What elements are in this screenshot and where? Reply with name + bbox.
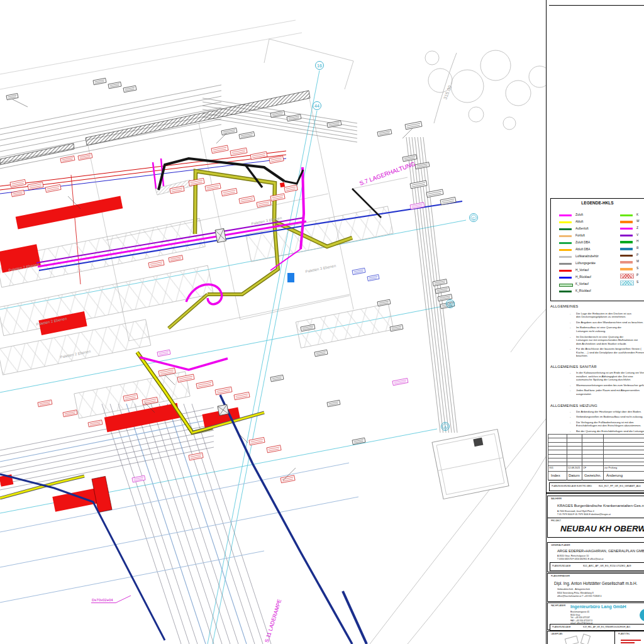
legend-item-label: Abluft DBA bbox=[575, 248, 590, 251]
duct-code-leader bbox=[116, 596, 131, 603]
bullet-dash: - bbox=[570, 335, 570, 338]
legend-swatch bbox=[559, 256, 572, 258]
legend-swatch bbox=[620, 235, 633, 237]
revision-header: Index bbox=[551, 474, 560, 477]
fachplaner-box: FACHPLANER Ingenieurbüro Lang GmbH Brock… bbox=[547, 602, 644, 630]
plantitel-red-mark bbox=[621, 642, 635, 643]
bauherr-box: BAUHERR KRAGES Burgenländische Krankenan… bbox=[547, 496, 644, 519]
planverfasser-line3: 8054 Seiersberg-Pirka, Wendelweg 8 bbox=[557, 592, 594, 594]
title-block-panel: LEGENDE-HKLS Zuluft Abluft Außenluft For… bbox=[546, 0, 644, 644]
zone-label-laderampe: S.11 LADERAMPE bbox=[264, 598, 283, 643]
fachplaner-label: FACHPLANER bbox=[551, 604, 565, 606]
revision-table: V0112.08.2021CFzur PrüfungIndexDatumGeze… bbox=[547, 434, 644, 480]
zone-label-lagerhaltung: S.7 LAGERHALTUNG bbox=[358, 160, 416, 187]
fachplaner-line: 8010 Graz bbox=[570, 614, 580, 616]
plangrundlage-label: PLANGRUNDLAGE bbox=[552, 626, 571, 628]
grid-bubble-a: A bbox=[441, 423, 450, 431]
note-line: Im Deckenbereich ist eine Querung der bbox=[576, 335, 623, 338]
grid-bubble-44: 44 bbox=[313, 102, 321, 110]
fachplaner-line: Tel.: +43 316 471537 bbox=[570, 616, 590, 618]
note-line: installiert, welches in Abhängigkeit der… bbox=[576, 375, 633, 377]
note-line: ausgestattet. bbox=[576, 392, 592, 395]
note-line: den Deckenspiegelplänen zu entnehmen. bbox=[576, 315, 626, 318]
note-line: Verbindungsstellen im Bodenaufbau sind n… bbox=[576, 415, 643, 418]
bullet-dash: - bbox=[570, 421, 570, 423]
bullet-dash: - bbox=[570, 321, 570, 323]
legend-item-label: K bbox=[636, 213, 638, 216]
note-line: automatische Spülung der Leitung durchfü… bbox=[576, 378, 631, 380]
legend-item-label: W bbox=[636, 219, 640, 223]
projekt-box: PROJEKT NEUBAU KH OBERWART bbox=[547, 518, 644, 538]
note-line: Estrichdehnfugen mit den Estrichlegern a… bbox=[576, 424, 641, 426]
grid-bubble-b: B bbox=[447, 300, 455, 308]
lageplan-box: LAGEPLAN bbox=[547, 631, 616, 644]
legend-swatch bbox=[559, 270, 572, 272]
legend-swatch bbox=[620, 214, 633, 217]
revision-header: Datum bbox=[569, 474, 580, 477]
svg-text:16: 16 bbox=[317, 64, 322, 68]
bullet-dash: - bbox=[570, 415, 570, 418]
bullet-dash: - bbox=[570, 326, 570, 328]
legend-swatch bbox=[559, 249, 572, 252]
revision-cell: V01 bbox=[549, 467, 553, 469]
legend-swatch bbox=[620, 241, 633, 243]
contour-elevation-label: 315,00 bbox=[442, 85, 453, 101]
legend-swatch bbox=[620, 261, 633, 264]
note-line: Küche, ...) sind die Detailpläne der aus… bbox=[576, 351, 644, 353]
legend-swatch bbox=[559, 221, 572, 224]
planverfasser-line2: Gebäudetechnik - Anlagentechnik bbox=[557, 588, 590, 590]
bullet-dash: - bbox=[570, 410, 570, 413]
revision-header: Änderung bbox=[606, 474, 623, 477]
planverfasser-box: PLANVERFASSER Dipl. Ing. Anton Hofstätte… bbox=[547, 573, 644, 602]
legend-swatch bbox=[620, 221, 633, 223]
bullet-dash: - bbox=[570, 384, 570, 386]
legend-swatch bbox=[620, 228, 633, 230]
legend-swatch bbox=[559, 263, 572, 265]
svg-text:A: A bbox=[444, 425, 447, 429]
note-line: Im Bodenaufbau ist eine Querung der bbox=[576, 326, 621, 328]
legend-item-label: K_Rücklauf bbox=[575, 289, 591, 292]
plangrundlage-label: PLANGRUNDLAGE bbox=[552, 565, 571, 567]
note-line: Die Verlegung der Fußbodenheizung ist mi… bbox=[576, 421, 633, 423]
generalplaner-address: A-8010 Graz, Reitschulgasse 10 bbox=[557, 555, 589, 557]
generalplaner-plangrundlage-box: PLANGRUNDLAGE K01_ARC_AP_GR_EG_R150 0702… bbox=[550, 562, 644, 571]
note-line: Für die Anschlüsse der bauseits beigeste… bbox=[576, 347, 641, 350]
legend-swatch bbox=[620, 268, 633, 270]
legend-item-label: S bbox=[636, 267, 638, 270]
legend-swatch bbox=[620, 280, 634, 286]
bauherr-label: BAUHERR bbox=[551, 497, 562, 499]
plangrundlage-code: K01_ARC_AP_GR_EG_R150 0702ED_A09 bbox=[583, 565, 631, 567]
svg-text:44: 44 bbox=[314, 104, 319, 108]
grid-bubble-c: C bbox=[470, 214, 478, 222]
svg-text:B: B bbox=[449, 303, 452, 306]
legend-swatch bbox=[620, 255, 633, 257]
legend-item-label: P bbox=[636, 253, 638, 257]
note-line: In der Kaltwasserleitung ist am Ende der… bbox=[576, 371, 644, 374]
fachplaner-plangrundlage-box: PLANGRUNDLAGE K19_HKL_AF_GR_EG_RINGER1GU… bbox=[550, 624, 644, 631]
legend-swatch bbox=[620, 248, 633, 250]
legend-item-label: K_Vorlauf bbox=[575, 282, 589, 286]
lageplan-sketch bbox=[580, 634, 591, 644]
legend-item-label: M bbox=[636, 260, 639, 263]
svg-text:C: C bbox=[472, 216, 475, 220]
legend-swatch bbox=[559, 235, 572, 238]
fachplaner-line: Brockmanngasse 41 bbox=[570, 611, 589, 613]
legend-item-label: Z bbox=[636, 226, 638, 230]
legend-swatch bbox=[559, 242, 572, 245]
cad-plan-sheet: S.7 LAGERHALTUNG S.11 LADERAMPE 315,00 D… bbox=[0, 0, 644, 644]
legend-item-label: H_Vorlauf bbox=[575, 269, 589, 272]
bauherr-name: KRAGES Burgenländische Krankenanstalten-… bbox=[557, 504, 644, 508]
note-line: Leitungen nur mit entsprechenden Maßnahm… bbox=[576, 338, 638, 341]
planverfasser-line4: office@has.hofstaetter.at T +43 316 7118… bbox=[557, 595, 601, 597]
legend-item-label: V bbox=[636, 233, 638, 236]
lageplan-sketch bbox=[565, 636, 579, 644]
note-line: Bei der Querung der Estrichdehnfugen sin… bbox=[576, 430, 644, 432]
legend-swatch bbox=[559, 277, 572, 279]
legend-item-label: Abluft bbox=[575, 220, 583, 223]
legend-item-label: Zuluft bbox=[575, 213, 583, 216]
panel-divider bbox=[547, 492, 644, 494]
revision-cell: 12.08.2021 bbox=[568, 467, 580, 469]
notes-heading-sanitaer: ALLGEMEINES SANITÄR bbox=[550, 365, 597, 369]
legend-item-label: H bbox=[636, 240, 638, 243]
plantitel-label: PLANTITEL bbox=[618, 633, 630, 635]
